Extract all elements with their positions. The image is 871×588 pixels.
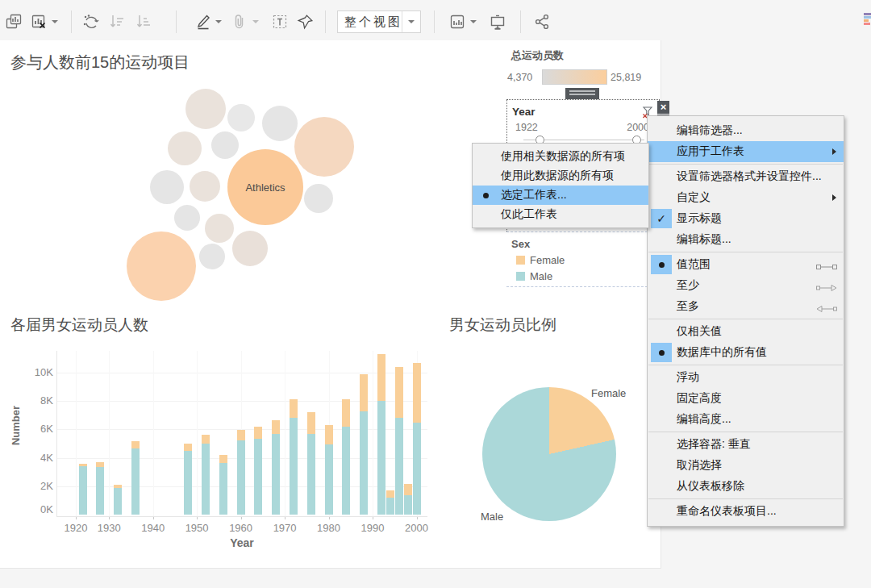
menu-item-deselect[interactable]: 取消选择 [648,455,844,476]
bar-segment-male[interactable] [307,434,315,515]
menu-item-rename-dashboard-item[interactable]: 重命名仪表板项目... [648,501,844,522]
menu-item-only-relevant-values[interactable]: 仅相关值 [648,321,844,342]
filter-card-drag-handle[interactable] [565,88,599,100]
bar-segment-female[interactable] [413,363,421,423]
bar-segment-female[interactable] [272,420,280,434]
bubble-mark[interactable] [262,106,298,141]
bar-segment-male[interactable] [184,451,192,515]
new-dashboard-icon[interactable] [4,12,23,31]
bar-segment-male[interactable] [79,466,87,515]
bar-segment-female[interactable] [131,441,140,448]
bar-segment-female[interactable] [114,485,122,488]
menu-item-range-of-values[interactable]: 值范围 [648,254,844,275]
menu-item-remove-from-dashboard[interactable]: 从仪表板移除 [648,476,844,497]
bar-segment-female[interactable] [290,399,298,418]
menu-item-edit-height[interactable]: 编辑高度... [648,409,844,430]
pie-chart[interactable] [482,387,616,521]
menu-item-edit-title[interactable]: 编辑标题... [648,229,844,250]
filter-card-close-button[interactable]: × [657,101,669,114]
paperclip-dropdown[interactable] [252,20,259,23]
bar-segment-female[interactable] [377,354,385,401]
bar-segment-female[interactable] [202,435,210,444]
menu-item-at-least[interactable]: 至少 [648,275,844,296]
share-icon[interactable] [532,12,552,31]
sex-legend-item-male[interactable]: Male [530,270,552,282]
bubble-mark[interactable] [199,244,225,269]
menu-item-at-most[interactable]: 至多 [648,296,844,317]
pin-icon[interactable] [296,12,315,31]
bubble-mark[interactable] [127,231,196,301]
bar-segment-male[interactable] [131,448,140,515]
menu-item-all-items-this-source[interactable]: 使用此数据源的所有项 [473,166,648,186]
sort-descending-icon[interactable] [134,12,153,31]
bar-segment-male[interactable] [290,418,298,515]
menu-item-selected-worksheets[interactable]: 选定工作表... [473,186,648,205]
bar-segment-male[interactable] [219,463,227,515]
bar-segment-female[interactable] [184,444,192,451]
bar-segment-female[interactable] [237,430,245,440]
menu-item-fixed-height[interactable]: 固定高度 [648,388,844,409]
presentation-icon[interactable] [488,12,507,31]
bar-segment-male[interactable] [237,440,245,515]
bar-segment-female[interactable] [325,425,333,444]
bar-segment-male[interactable] [413,423,421,515]
menu-item-edit-filter[interactable]: 编辑筛选器... [648,120,844,141]
show-cards-dropdown[interactable] [470,20,477,23]
bubble-mark[interactable] [190,171,220,202]
bar-segment-female[interactable] [386,490,394,498]
swap-icon[interactable] [81,12,101,31]
bar-segment-female[interactable] [395,367,403,418]
menu-item-select-container-vertical[interactable]: 选择容器: 垂直 [648,434,844,455]
menu-item-apply-to-worksheets[interactable]: 应用于工作表 [648,141,844,162]
bubble-mark[interactable] [294,117,354,177]
menu-item-all-items-related-sources[interactable]: 使用相关数据源的所有项 [473,147,648,166]
bubble-panel-title: 参与人数前15的运动项目 [10,52,190,73]
highlight-dropdown[interactable] [215,20,222,23]
bar-segment-female[interactable] [307,412,315,433]
bubble-mark[interactable]: Athletics [227,149,303,225]
highlight-icon[interactable] [194,12,214,31]
bar-segment-female[interactable] [360,374,368,411]
clear-sheet-icon[interactable] [29,12,48,31]
bar-segment-male[interactable] [360,411,368,515]
bar-segment-male[interactable] [325,444,333,515]
sort-ascending-icon[interactable] [107,12,127,31]
menu-item-only-this-worksheet[interactable]: 仅此工作表 [473,205,648,224]
bubble-mark[interactable] [304,184,333,213]
clear-sheet-dropdown[interactable] [52,20,58,23]
bar-segment-female[interactable] [254,427,262,439]
bubble-mark[interactable] [168,131,202,165]
fit-selector-arrow[interactable] [402,11,420,32]
bar-segment-male[interactable] [254,439,262,515]
show-cards-icon[interactable] [448,12,467,31]
bubble-mark[interactable] [174,205,200,231]
paperclip-icon[interactable] [230,12,249,31]
fit-selector[interactable]: 整个视图 [337,10,421,33]
bar-segment-male[interactable] [202,444,210,515]
bar-segment-male[interactable] [342,427,350,515]
bar-segment-female[interactable] [219,455,227,463]
bar-segment-male[interactable] [377,401,385,515]
bar-segment-female[interactable] [96,462,104,467]
bar-segment-male[interactable] [395,418,403,515]
bubble-mark[interactable] [185,89,226,129]
sex-legend-item-female[interactable]: Female [530,254,565,266]
bubble-mark[interactable] [150,170,184,204]
menu-item-show-title[interactable]: ✓显示标题 [648,208,844,229]
menu-item-all-values-in-database[interactable]: 数据库中的所有值 [648,342,844,363]
menu-item-customize[interactable]: 自定义 [648,187,844,208]
bubble-mark[interactable] [232,231,268,266]
bar-segment-male[interactable] [404,495,412,515]
bar-segment-female[interactable] [342,399,350,426]
bar-segment-female[interactable] [79,464,87,467]
bar-segment-male[interactable] [272,434,280,515]
bar-segment-female[interactable] [404,484,412,495]
bar-segment-male[interactable] [386,498,394,515]
menu-item-format-filter[interactable]: 设置筛选器格式并设置控件... [648,166,844,187]
bar-segment-male[interactable] [114,488,122,515]
bubble-mark[interactable] [227,104,255,131]
size-legend-gradient[interactable] [542,69,607,85]
text-box-icon[interactable] [270,12,290,31]
bar-segment-male[interactable] [96,467,104,515]
menu-item-floating[interactable]: 浮动 [648,367,844,388]
